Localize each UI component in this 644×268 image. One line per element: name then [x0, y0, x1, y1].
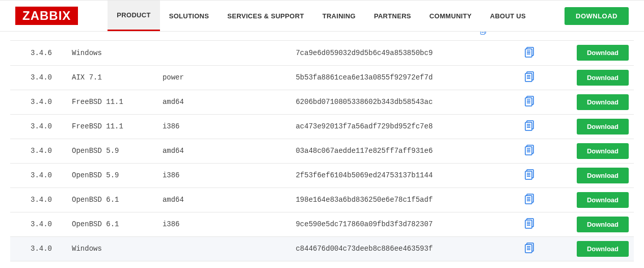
download-cell: Download	[559, 41, 634, 65]
version-cell: 3.4.0	[10, 163, 69, 187]
download-cell: Download	[559, 114, 634, 139]
nav-item-services-support[interactable]: SERVICES & SUPPORT	[218, 1, 313, 31]
partial-row-top	[10, 32, 634, 41]
version-cell: 3.4.0	[10, 212, 69, 236]
svg-rect-36	[525, 196, 532, 204]
release-notes-cell	[500, 139, 559, 163]
download-cell: Download	[559, 163, 634, 187]
release-notes-icon[interactable]	[524, 125, 535, 133]
nav-item-training[interactable]: TRAINING	[313, 1, 365, 31]
table-row: 3.4.0 OpenBSD 6.1 amd64 198e164e83a6bd83…	[10, 187, 634, 212]
arch-cell: amd64	[159, 90, 293, 114]
download-button[interactable]: Download	[577, 119, 629, 135]
arch-cell: i386	[159, 163, 293, 187]
os-cell: OpenBSD 6.1	[69, 212, 159, 236]
hash-cell: 198e164e83a6bd836250e6e78c1f5adf	[292, 187, 500, 212]
version-cell: 3.4.0	[10, 65, 69, 90]
nav-item-about-us[interactable]: ABOUT US	[481, 1, 535, 31]
download-cell: Download	[559, 236, 634, 261]
download-button[interactable]: Download	[577, 192, 629, 208]
download-cell: Download	[559, 187, 634, 212]
downloads-table: 3.4.6 Windows 7ca9e6d059032d9d5b6c49a853…	[10, 41, 634, 261]
downloads-table-wrap: 3.4.6 Windows 7ca9e6d059032d9d5b6c49a853…	[0, 32, 644, 267]
release-notes-icon[interactable]	[524, 223, 535, 231]
release-notes-cell	[500, 41, 559, 65]
hash-cell: 2f53f6ef6104b5069ed24753137b1144	[292, 163, 500, 187]
os-cell: Windows	[69, 236, 159, 261]
svg-rect-26	[525, 147, 532, 155]
release-notes-cell	[500, 90, 559, 114]
release-notes-cell	[500, 187, 559, 212]
nav-item-community[interactable]: COMMUNITY	[420, 1, 481, 31]
download-cell: Download	[559, 139, 634, 163]
svg-rect-41	[525, 220, 532, 228]
version-cell: 3.4.0	[10, 114, 69, 139]
table-row: 3.4.0 AIX 7.1 power 5b53fa8861cea6e13a08…	[10, 65, 634, 90]
nav-item-product[interactable]: PRODUCT	[108, 1, 159, 31]
hash-cell: 03a48c067aedde117e825ff7aff931e6	[292, 139, 500, 163]
download-button[interactable]: Download	[577, 168, 629, 183]
table-row: 3.4.0 OpenBSD 5.9 i386 2f53f6ef6104b5069…	[10, 163, 634, 187]
os-cell: OpenBSD 6.1	[69, 187, 159, 212]
release-notes-icon[interactable]	[478, 32, 489, 36]
hash-cell: ac473e92013f7a56adf729bd952fc7e8	[292, 114, 500, 139]
download-cell: Download	[559, 90, 634, 114]
arch-cell: amd64	[159, 139, 293, 163]
os-cell: OpenBSD 5.9	[69, 139, 159, 163]
svg-rect-6	[525, 49, 532, 57]
release-notes-icon[interactable]	[524, 247, 535, 255]
os-cell: FreeBSD 11.1	[69, 114, 159, 139]
download-button[interactable]: Download	[577, 217, 629, 232]
nav-item-solutions[interactable]: SOLUTIONS	[160, 1, 219, 31]
arch-cell: amd64	[159, 187, 293, 212]
os-cell: Windows	[69, 41, 159, 65]
table-row: 3.4.0 Windows c844676d004c73deeb8c886ee4…	[10, 236, 634, 261]
release-notes-icon[interactable]	[524, 198, 535, 206]
svg-rect-46	[525, 245, 532, 253]
arch-cell	[159, 236, 293, 261]
table-row: 3.4.0 FreeBSD 11.1 amd64 6206bd071080533…	[10, 90, 634, 114]
download-button[interactable]: Download	[577, 45, 629, 61]
release-notes-cell	[500, 65, 559, 90]
table-row: 3.4.0 OpenBSD 5.9 amd64 03a48c067aedde11…	[10, 139, 634, 163]
hash-cell: 9ce590e5dc717860a09fbd3f3d782307	[292, 212, 500, 236]
table-row: 3.4.0 OpenBSD 6.1 i386 9ce590e5dc717860a…	[10, 212, 634, 236]
release-notes-icon[interactable]	[524, 100, 535, 109]
release-notes-cell	[500, 114, 559, 139]
table-row: 3.4.6 Windows 7ca9e6d059032d9d5b6c49a853…	[10, 41, 634, 65]
version-cell: 3.4.0	[10, 139, 69, 163]
svg-rect-16	[525, 98, 532, 106]
svg-rect-21	[525, 122, 532, 130]
download-top-button[interactable]: DOWNLOAD	[565, 7, 629, 25]
nav-item-partners[interactable]: PARTNERS	[365, 1, 420, 31]
svg-rect-31	[525, 171, 532, 179]
os-cell: OpenBSD 5.9	[69, 163, 159, 187]
logo[interactable]: ZABBIX	[15, 7, 78, 25]
arch-cell	[159, 41, 293, 65]
header: ZABBIX PRODUCTSOLUTIONSSERVICES & SUPPOR…	[0, 0, 644, 32]
arch-cell: power	[159, 65, 293, 90]
svg-rect-1	[480, 32, 485, 34]
release-notes-cell	[500, 212, 559, 236]
os-cell: FreeBSD 11.1	[69, 90, 159, 114]
download-cell: Download	[559, 212, 634, 236]
release-notes-icon[interactable]	[524, 51, 535, 60]
arch-cell: i386	[159, 212, 293, 236]
hash-cell: c844676d004c73deeb8c886ee463593f	[292, 236, 500, 261]
os-cell: AIX 7.1	[69, 65, 159, 90]
table-row: 3.4.0 FreeBSD 11.1 i386 ac473e92013f7a56…	[10, 114, 634, 139]
download-button[interactable]: Download	[577, 70, 629, 86]
release-notes-cell	[500, 236, 559, 261]
hash-cell: 7ca9e6d059032d9d5b6c49a853850bc9	[292, 41, 500, 65]
download-button[interactable]: Download	[577, 94, 629, 110]
version-cell: 3.4.0	[10, 187, 69, 212]
download-button[interactable]: Download	[577, 241, 629, 257]
hash-cell: 5b53fa8861cea6e13a0855f92972ef7d	[292, 65, 500, 90]
arch-cell: i386	[159, 114, 293, 139]
release-notes-icon[interactable]	[524, 174, 535, 182]
svg-rect-11	[525, 73, 532, 82]
version-cell: 3.4.0	[10, 90, 69, 114]
download-button[interactable]: Download	[577, 143, 629, 159]
release-notes-icon[interactable]	[524, 149, 535, 157]
release-notes-icon[interactable]	[524, 76, 535, 84]
